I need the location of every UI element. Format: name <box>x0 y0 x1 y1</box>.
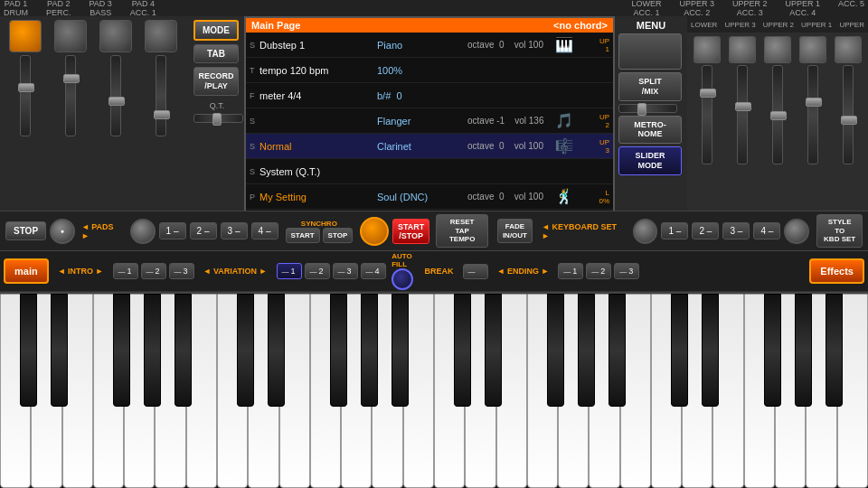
black-key-3[interactable] <box>113 294 130 407</box>
row-flanger-indicator: S <box>250 117 257 126</box>
kbd-num-4[interactable]: 4 – <box>753 222 780 239</box>
variation-btn-1[interactable]: — 1 <box>277 263 302 279</box>
r-pad4[interactable] <box>799 36 826 63</box>
kbd-num-3[interactable]: 3 – <box>722 222 750 239</box>
r-slider4[interactable] <box>807 65 818 164</box>
pad2-label: PAD 2PERC. <box>46 0 71 17</box>
slider-mode-button[interactable]: SLIDERMODE <box>618 146 682 175</box>
black-key-4[interactable] <box>144 294 161 407</box>
black-key-26[interactable] <box>826 294 843 407</box>
display-title: Main Page <box>251 20 300 31</box>
pad4-button[interactable] <box>145 20 177 52</box>
pad1-slider[interactable] <box>20 55 31 136</box>
r-pad3[interactable] <box>764 36 791 63</box>
fade-button[interactable]: FADEIN/OUT <box>497 219 533 243</box>
row-normal-name: Normal <box>259 141 377 152</box>
black-key-24[interactable] <box>764 294 781 407</box>
pad3-button[interactable] <box>99 20 132 52</box>
qt-slider[interactable] <box>193 114 243 123</box>
pad4-slider[interactable] <box>156 55 166 136</box>
pad3-slider[interactable] <box>110 55 121 136</box>
ending-btn-3[interactable]: — 3 <box>614 263 639 279</box>
kbd-num-1-round[interactable] <box>633 219 658 244</box>
break-btn[interactable]: — <box>463 264 488 279</box>
synchro-stop-btn[interactable]: STOP <box>323 228 354 243</box>
right-slider-columns <box>687 33 868 211</box>
kbd-num-4-round[interactable] <box>784 219 809 244</box>
black-key-0[interactable] <box>20 294 37 407</box>
pad-num-1-round[interactable] <box>130 219 156 244</box>
r-slider5[interactable] <box>843 65 854 164</box>
reset-button[interactable]: RESETTAP TEMPO <box>436 214 488 248</box>
pad-num-4[interactable]: 4 – <box>251 222 278 239</box>
black-key-7[interactable] <box>237 294 254 407</box>
r-pad2[interactable] <box>729 36 756 63</box>
display-row-1[interactable]: S Dubstep 1 Piano octave 0 vol 100 🎹 UP1 <box>246 33 613 58</box>
synchro-start-btn[interactable]: START <box>286 228 320 243</box>
intro-btn-2[interactable]: — 2 <box>141 263 166 279</box>
stop-button[interactable]: STOP <box>5 221 46 240</box>
auto-fill-button[interactable] <box>392 268 413 290</box>
kbd-num-2[interactable]: 2 – <box>692 222 719 239</box>
variation-btn-2[interactable]: — 2 <box>305 263 330 279</box>
black-key-11[interactable] <box>361 294 378 407</box>
split-slider[interactable] <box>618 104 677 113</box>
display-row-tempo[interactable]: T tempo 120 bpm 100% <box>246 58 613 83</box>
r-slider1[interactable] <box>702 65 712 164</box>
r-pad1[interactable] <box>693 36 721 63</box>
row1-pos: UP1 <box>582 37 609 53</box>
display-chord: <no chord> <box>553 20 608 31</box>
black-key-12[interactable] <box>392 294 409 407</box>
black-key-1[interactable] <box>51 294 68 407</box>
metronome-button[interactable]: METRO-NOME <box>618 116 682 145</box>
mode-button[interactable]: MODE <box>193 20 239 41</box>
row-normal-pos: UP3 <box>582 138 609 155</box>
ending-btn-1[interactable]: — 1 <box>558 263 583 279</box>
variation-btn-4[interactable]: — 4 <box>361 263 386 279</box>
start-stop-round[interactable] <box>360 217 389 246</box>
black-key-25[interactable] <box>795 294 812 407</box>
record-play-button[interactable]: RECORD/PLAY <box>193 67 239 96</box>
black-key-8[interactable] <box>268 294 285 407</box>
pad-num-1[interactable]: 1 – <box>159 222 186 239</box>
black-key-10[interactable] <box>330 294 347 407</box>
style-to-kbd-button[interactable]: STYLE TOKBD SET <box>816 214 863 248</box>
r-pad5[interactable] <box>835 36 862 63</box>
ending-btn-2[interactable]: — 2 <box>586 263 611 279</box>
black-key-5[interactable] <box>175 294 192 407</box>
split-mix-button[interactable]: SPLIT/MIX <box>618 72 682 101</box>
display-row-normal[interactable]: S Normal Clarinet octave 0 vol 100 🎼 UP3 <box>246 134 613 159</box>
variation-divider: ◄ VARIATION ► <box>201 267 270 276</box>
pad-num-3[interactable]: 3 – <box>221 222 248 239</box>
stop-round-button[interactable]: ● <box>50 219 75 244</box>
row-mysetting-style: Soul (DNC) <box>377 192 467 202</box>
display-row-flanger[interactable]: S Flanger octave -1 vol 136 🎵 UP2 <box>246 108 613 134</box>
effects-button[interactable]: Effects <box>809 258 864 284</box>
tab-button[interactable]: TAB <box>193 44 239 63</box>
pad-col-1 <box>4 20 47 207</box>
r-slider3[interactable] <box>772 65 783 164</box>
black-key-19[interactable] <box>609 294 626 407</box>
black-key-14[interactable] <box>454 294 471 407</box>
black-key-17[interactable] <box>547 294 564 407</box>
black-key-15[interactable] <box>485 294 502 407</box>
kbd-num-1[interactable]: 1 – <box>661 222 688 239</box>
pad-num-2[interactable]: 2 – <box>190 222 217 239</box>
main-button[interactable]: main <box>4 258 49 284</box>
r-slider2[interactable] <box>737 65 748 164</box>
variation-btn-3[interactable]: — 3 <box>333 263 358 279</box>
display-row-meter[interactable]: F meter 4/4 b/# 0 <box>246 83 613 108</box>
start-stop-button[interactable]: START/STOP <box>392 219 429 244</box>
black-key-18[interactable] <box>578 294 595 407</box>
pad2-slider[interactable] <box>65 55 76 136</box>
black-key-21[interactable] <box>671 294 688 407</box>
display-row-mysetting[interactable]: P My Setting Soul (DNC) octave 0 vol 100… <box>246 184 613 210</box>
pad1-button[interactable] <box>9 20 42 52</box>
intro-btn-1[interactable]: — 1 <box>113 263 138 279</box>
intro-btn-3[interactable]: — 3 <box>169 263 194 279</box>
pad2-button[interactable] <box>54 20 87 52</box>
black-key-22[interactable] <box>702 294 719 407</box>
upper3-label: UPPER 3 <box>724 21 755 29</box>
display-row-system[interactable]: S System (Q.T.) <box>246 159 613 184</box>
lower-label: LOWER <box>691 21 717 29</box>
